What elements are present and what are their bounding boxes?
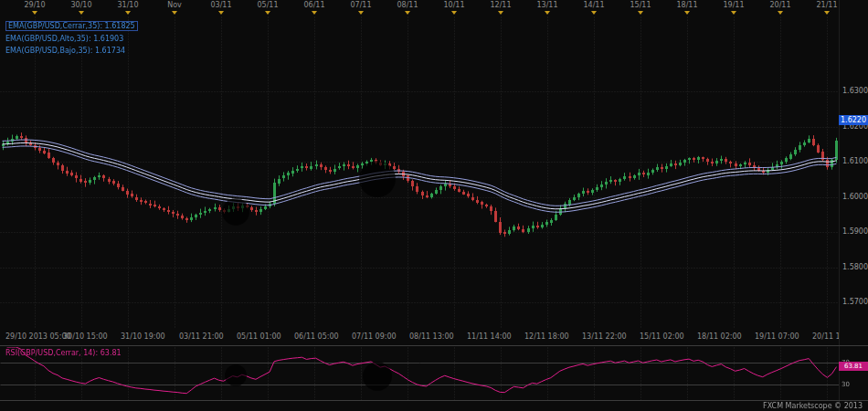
top-axis-label: 05/11 [257, 1, 278, 9]
price-axis-label: 1.6000 [842, 193, 868, 201]
ema-alto-legend[interactable]: EMA(GBP/USD,Alto,35): 1.61903 [5, 35, 123, 43]
date-tick-mark-icon [731, 11, 736, 15]
price-axis-label: 1.5900 [842, 227, 868, 236]
time-axis-label: 06/11 05:00 [294, 332, 339, 341]
time-axis-label: 08/11 13:00 [409, 332, 454, 341]
rsi-level-label: 30 [842, 381, 850, 388]
date-tick-mark-icon [358, 11, 364, 15]
rsi-current-tag: 63.81 [839, 362, 868, 371]
time-axis[interactable]: 29/10 2013 05:0030/10 15:0031/10 19:0003… [0, 330, 839, 344]
time-axis-label: 12/11 18:00 [524, 332, 569, 341]
top-axis-label: Nov [167, 1, 182, 9]
top-axis-label: 03/11 [210, 1, 231, 9]
time-axis-label: 13/11 22:00 [582, 332, 627, 341]
top-axis-label: 08/11 [397, 1, 418, 9]
date-tick-mark-icon [405, 11, 410, 15]
top-axis-label: 21/11 [816, 1, 837, 9]
top-axis-label: 13/11 [536, 1, 557, 9]
time-axis-label: 18/11 02:00 [697, 332, 742, 341]
price-axis-label: 1.5700 [842, 298, 868, 306]
top-date-axis[interactable]: 29/1030/1031/10Nov03/1105/1106/1107/1108… [0, 0, 839, 16]
panel-separator-bottom [0, 400, 868, 401]
price-axis-label: 1.6100 [842, 157, 868, 165]
rsi-legend[interactable]: RSI(GBP/USD,Cerrar, 14): 63.81 [5, 349, 122, 357]
time-axis-label: 19/11 07:00 [755, 332, 799, 341]
trading-chart-window: 29/1030/1031/10Nov03/1105/1106/1107/1108… [0, 0, 868, 411]
top-axis-label: 15/11 [630, 1, 651, 9]
date-tick-mark-icon [684, 11, 690, 15]
indicator-legend: EMA(GBP/USD,Cerrar,35): 1.61825 EMA(GBP/… [5, 19, 138, 56]
date-tick-mark-icon [451, 11, 457, 15]
top-axis-label: 19/11 [723, 1, 744, 9]
top-axis-label: 14/11 [583, 1, 604, 9]
top-axis-label: 29/10 [24, 1, 45, 9]
top-axis-label: 30/10 [70, 1, 91, 9]
time-axis-label: 11/11 14:00 [467, 332, 512, 341]
date-tick-mark-icon [638, 11, 643, 15]
date-tick-mark-icon [824, 11, 830, 15]
rsi-indicator-chart[interactable] [0, 347, 839, 400]
time-axis-label: 29/10 2013 05:00 [5, 332, 71, 341]
price-axis-label: 1.6300 [842, 87, 868, 95]
price-axis[interactable]: 1.63001.62001.61001.60001.59001.58001.57… [839, 0, 868, 411]
top-axis-label: 10/11 [443, 1, 464, 9]
top-axis-label: 18/11 [676, 1, 697, 9]
time-axis-label: 03/11 21:00 [179, 332, 224, 341]
ema-cerrar-legend[interactable]: EMA(GBP/USD,Cerrar,35): 1.61825 [5, 21, 138, 31]
time-axis-label: 31/10 19:00 [121, 332, 165, 341]
date-tick-mark-icon [32, 11, 37, 15]
ema-bajo-legend[interactable]: EMA(GBP/USD,Bajo,35): 1.61734 [5, 47, 125, 55]
date-tick-mark-icon [79, 11, 84, 15]
current-price-tag: 1.6220 [839, 115, 868, 125]
date-tick-mark-icon [265, 11, 270, 15]
time-axis-label: 05/11 01:00 [237, 332, 281, 341]
time-axis-label: 07/11 09:00 [352, 332, 397, 341]
copyright-label: FXCM Marketscope © 2013 [763, 402, 863, 410]
date-tick-mark-icon [125, 11, 131, 15]
date-tick-mark-icon [591, 11, 597, 15]
top-axis-label: 12/11 [490, 1, 511, 9]
date-tick-mark-icon [172, 11, 177, 15]
date-tick-mark-icon [218, 11, 224, 15]
panel-separator-top [0, 345, 868, 346]
top-axis-label: 07/11 [350, 1, 371, 9]
main-price-chart[interactable] [0, 16, 839, 329]
price-axis-label: 1.5800 [842, 263, 868, 271]
time-axis-label: 30/10 15:00 [63, 332, 108, 341]
top-axis-label: 20/11 [769, 1, 790, 9]
top-axis-label: 31/10 [117, 1, 138, 9]
time-axis-label: 15/11 02:00 [640, 332, 684, 341]
date-tick-mark-icon [545, 11, 550, 15]
date-tick-mark-icon [778, 11, 783, 15]
top-axis-label: 06/11 [303, 1, 324, 9]
date-tick-mark-icon [312, 11, 317, 15]
date-tick-mark-icon [498, 11, 503, 15]
